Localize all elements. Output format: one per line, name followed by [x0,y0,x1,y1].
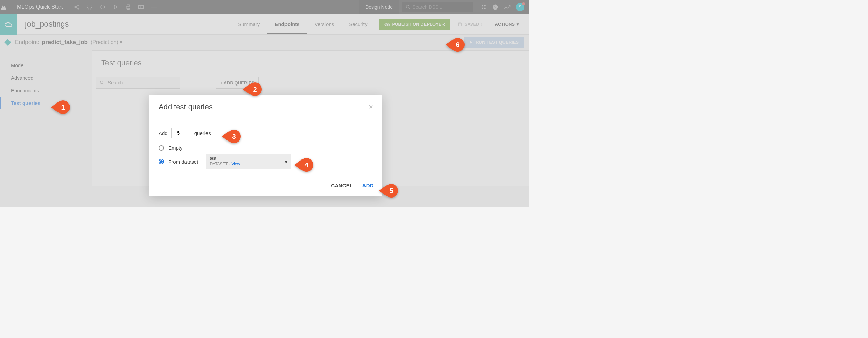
cancel-button[interactable]: CANCEL [331,183,353,188]
add-suffix-label: queries [194,130,211,136]
option-empty-label: Empty [168,145,183,151]
radio-from-dataset[interactable] [159,159,164,164]
radio-empty[interactable] [159,145,164,151]
dataset-view-link[interactable]: View [231,162,240,166]
dataset-name: test [210,156,240,162]
dataset-sub-prefix: DATASET - [210,162,231,166]
chevron-down-icon: ▾ [285,158,288,165]
close-icon[interactable]: × [369,102,373,111]
option-from-dataset-label: From dataset [168,159,198,165]
add-button[interactable]: ADD [362,183,374,188]
add-test-queries-modal: Add test queries × Add queries Empty Fro… [149,95,382,196]
query-count-input[interactable] [171,128,191,138]
modal-title: Add test queries [159,102,213,111]
add-prefix-label: Add [159,130,168,136]
dataset-select[interactable]: test DATASET - View ▾ [206,154,291,169]
